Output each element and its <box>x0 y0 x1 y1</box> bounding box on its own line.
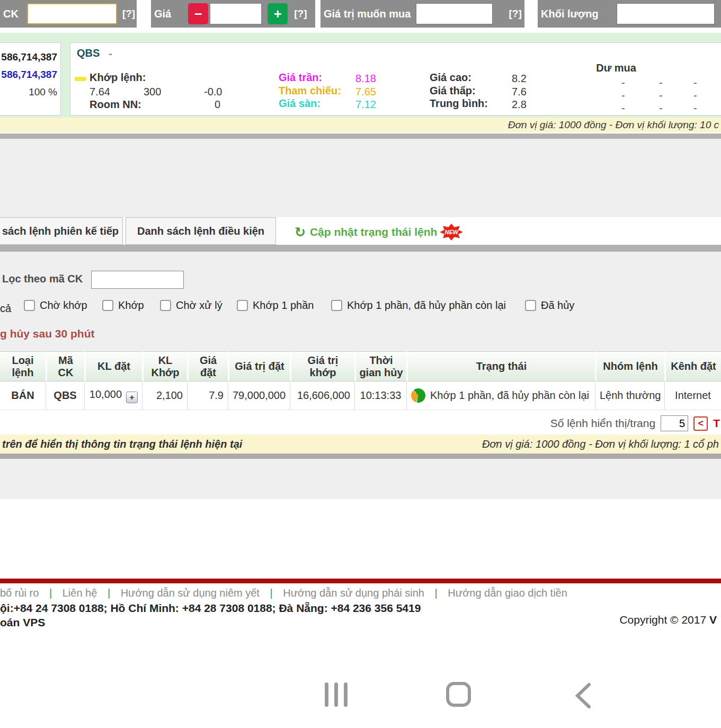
bid-dash: - <box>659 90 663 102</box>
checkbox-label: Khớp 1 phần, đã hủy phần còn lại <box>347 299 506 312</box>
order-cancel-time: 10:13:33 <box>354 381 406 410</box>
col-header-gia-tri-khop: Giá trị khớp <box>290 351 354 381</box>
matched-price: 7.64 <box>90 86 110 98</box>
floor-price-label: Giá sàn: <box>279 97 321 110</box>
checkbox-cho-khop[interactable] <box>24 300 35 311</box>
empty-panel <box>0 139 721 217</box>
divider-bar <box>0 454 721 459</box>
next-page-link[interactable]: T <box>713 417 720 430</box>
orders-table: Loại lệnh Mã CK KL đặt KL Khớp Giá đặt G… <box>0 351 721 410</box>
checkbox-group-da-huy: Đã hủy <box>525 299 574 312</box>
order-channel: Internet <box>664 381 721 410</box>
ck-label: CK <box>0 8 19 20</box>
home-icon[interactable] <box>446 682 471 707</box>
floor-price-value: 7.12 <box>355 99 376 111</box>
checkbox-khop[interactable] <box>102 300 113 311</box>
matched-volume: 300 <box>144 86 161 98</box>
checkbox-da-huy[interactable] <box>525 300 536 311</box>
checkbox-all-label: cả <box>0 303 11 315</box>
checkbox-group-cho-xu-ly: Chờ xử lý <box>160 299 222 312</box>
buy-value-field-group: Giá trị muốn mua [?] <box>321 0 524 28</box>
empty-panel-bottom <box>0 459 721 499</box>
note-strip: trên để hiển thị thông tin trạng thái lệ… <box>0 434 721 454</box>
unit-note-bottom: Đơn vị giá: 1000 đồng - Đơn vị khối lượn… <box>482 438 719 450</box>
tab-next-session-orders[interactable]: sách lệnh phiên kế tiếp <box>0 217 123 245</box>
buy-value-help-icon[interactable]: [?] <box>509 8 521 20</box>
col-header-kenh-dat: Kênh đặt <box>664 351 721 381</box>
room-nn-label: Room NN: <box>90 99 141 111</box>
volume-summary-card: 586,714,387 586,714,387 100 % <box>0 42 61 116</box>
col-header-loai-lenh: Loại lệnh <box>0 351 46 381</box>
orders-header-row: Loại lệnh Mã CK KL đặt KL Khớp Giá đặt G… <box>0 351 721 381</box>
average-price-label: Trung bình: <box>430 97 488 110</box>
checkbox-group-khop: Khớp <box>102 299 144 312</box>
price-minus-button[interactable]: − <box>188 3 208 24</box>
bid-column-header: Dư mua <box>587 62 645 74</box>
prev-page-button[interactable]: < <box>693 416 708 431</box>
tab-conditional-orders[interactable]: Danh sách lệnh điều kiện <box>126 217 276 245</box>
footer-link-contact[interactable]: Liên hệ <box>63 587 97 599</box>
checkbox-khop-1-phan[interactable] <box>237 300 248 311</box>
tabs-row: sách lệnh phiên kế tiếp Danh sách lệnh đ… <box>0 217 721 245</box>
low-price-label: Giá thấp: <box>430 85 476 97</box>
col-header-trang-thai: Trạng thái <box>406 351 595 381</box>
filter-panel: Lọc theo mã CK cả Chờ khớp Khớp Chờ xử l… <box>0 252 721 351</box>
col-header-ma-ck: Mã CK <box>46 351 84 381</box>
order-side: BÁN <box>0 381 46 410</box>
checkbox-khop-1-phan-da-huy[interactable] <box>331 300 342 311</box>
col-header-gia-dat: Giá đặt <box>187 351 228 381</box>
expand-order-button[interactable]: + <box>126 392 138 403</box>
room-nn-value: 0 <box>215 99 220 111</box>
checkbox-label: Đã hủy <box>541 299 574 312</box>
android-navbar <box>0 673 721 728</box>
checkbox-cho-xu-ly[interactable] <box>160 300 171 311</box>
footer-red-bar <box>0 579 721 583</box>
footer-phone-numbers: ội:+84 24 7308 0188; Hồ Chí Minh: +84 28… <box>0 602 421 615</box>
yellow-dash-icon <box>75 77 86 81</box>
total-volume-blue: 586,714,387 <box>1 69 57 81</box>
col-header-gia-tri-dat: Giá trị đặt <box>228 351 290 381</box>
ck-help-icon[interactable]: [?] <box>122 8 135 20</box>
footer-link-listed-guide[interactable]: Hướng dẫn sử dụng niêm yết <box>121 587 260 599</box>
price-label: Giá <box>151 8 171 20</box>
page-size-label: Số lệnh hiển thị/trang <box>550 417 655 430</box>
footer-link-money-guide[interactable]: Hướng dẫn giao dịch tiền <box>448 587 567 599</box>
buy-value-input[interactable] <box>416 3 493 24</box>
checkbox-label: Chờ xử lý <box>176 299 222 312</box>
footer-link-risk[interactable]: bố rủi ro <box>0 587 39 599</box>
back-icon[interactable] <box>574 683 593 708</box>
col-header-thoi-gian-huy: Thời gian hủy <box>354 351 406 381</box>
checkbox-group-khop-1-phan: Khớp 1 phần <box>237 299 314 312</box>
bid-dash: - <box>621 102 625 114</box>
page-size-input[interactable] <box>661 415 688 431</box>
price-help-icon[interactable]: [?] <box>294 8 307 20</box>
volume-input[interactable] <box>617 3 715 24</box>
price-input[interactable] <box>209 3 262 25</box>
reference-price-value: 7.65 <box>355 86 376 98</box>
update-order-status-link[interactable]: ↻ Cập nhật trạng thái lệnh NEW <box>295 223 464 242</box>
footer-copyright: Copyright © 2017 V <box>619 614 717 626</box>
stock-symbol: QBS <box>77 47 100 59</box>
update-order-status-label: Cập nhật trạng thái lệnh <box>310 226 437 238</box>
link-separator: | <box>262 587 280 599</box>
filter-symbol-input[interactable] <box>91 271 184 289</box>
recents-icon[interactable] <box>325 682 348 707</box>
checkbox-label: Khớp <box>118 299 144 312</box>
refresh-icon: ↻ <box>295 224 306 240</box>
order-gia-tri-khop: 16,606,000 <box>290 381 354 410</box>
bid-dash: - <box>621 77 625 89</box>
pagination: Số lệnh hiển thị/trang < T <box>550 414 721 432</box>
high-price-value: 8.2 <box>512 73 527 85</box>
reference-price-label: Tham chiếu: <box>279 85 341 97</box>
bid-dash: - <box>693 90 697 102</box>
ck-input[interactable] <box>27 3 117 24</box>
price-plus-button[interactable]: + <box>268 3 288 24</box>
partial-fill-pie-icon <box>411 388 425 403</box>
order-group: Lệnh thường <box>595 381 664 410</box>
ceiling-price-value: 8.18 <box>355 73 376 85</box>
footer-link-derivatives-guide[interactable]: Hướng dẫn sử dụng phái sinh <box>283 587 424 599</box>
low-price-value: 7.6 <box>512 86 527 98</box>
col-header-kl-dat: KL đặt <box>84 351 142 381</box>
col-header-nhom-lenh: Nhóm lệnh <box>595 351 664 381</box>
order-row[interactable]: BÁN QBS 10,000+ 2,100 7.9 79,000,000 16,… <box>0 381 721 410</box>
